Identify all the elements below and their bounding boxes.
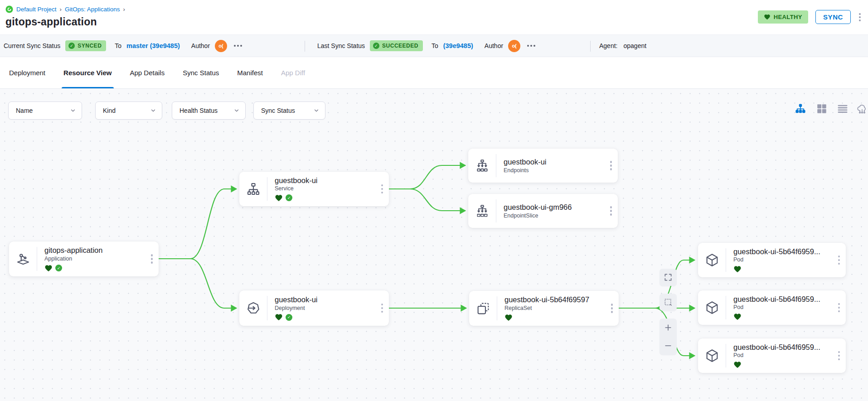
node-more-options-icon[interactable]: [375, 172, 389, 206]
node-kind: Pod: [733, 304, 832, 310]
succeeded-badge: ✓ SUCCEEDED: [370, 40, 423, 51]
author-avatar[interactable]: o(: [508, 40, 520, 52]
health-badge-label: HEALTHY: [774, 14, 802, 20]
graph-node-pod-1[interactable]: guestbook-ui-5b64f6959... Pod: [698, 243, 846, 277]
node-more-options-icon[interactable]: [604, 149, 618, 183]
sync-status-bar: Current Sync Status ✓ SYNCED To master (…: [0, 34, 868, 57]
node-more-options-icon[interactable]: [605, 291, 619, 326]
breadcrumb-separator: ›: [123, 6, 125, 13]
zoom-in-button[interactable]: [659, 319, 677, 337]
application-icon: [9, 247, 37, 271]
node-kind: Service: [275, 185, 375, 192]
check-icon: ✓: [373, 43, 379, 49]
graph-node-pod-2[interactable]: guestbook-ui-5b64f6959... Pod: [698, 290, 846, 325]
grid-view-toggle[interactable]: [815, 102, 828, 115]
gitops-logo-icon: [5, 5, 13, 13]
graph-node-replicaset[interactable]: guestbook-ui-5b64f69597 ReplicaSet: [469, 291, 619, 326]
health-status-badge: HEALTHY: [758, 10, 808, 24]
current-sync-status-label: Current Sync Status: [4, 42, 60, 49]
graph-node-service[interactable]: guestbook-ui Service ✓: [239, 172, 389, 206]
healthy-heart-icon: [44, 264, 53, 272]
pod-icon: [698, 296, 726, 319]
grid-view-icon: [816, 103, 828, 115]
node-kind: Deployment: [275, 305, 375, 311]
chevron-down-icon: [233, 107, 240, 114]
author-avatar[interactable]: o(: [215, 40, 227, 52]
fullscreen-icon: [664, 273, 673, 282]
healthy-heart-icon: [504, 314, 513, 322]
synced-badge: ✓ SYNCED: [65, 40, 106, 51]
graph-node-endpoints[interactable]: guestbook-ui Endpoints: [468, 149, 618, 183]
synced-check-icon: ✓: [55, 265, 62, 271]
node-more-options-icon[interactable]: [832, 243, 846, 277]
divider: [590, 41, 591, 52]
node-title: guestbook-ui-5b64f6959...: [733, 295, 832, 303]
current-target-revision-link[interactable]: master (39e9485): [126, 42, 180, 49]
node-kind: Pod: [733, 256, 832, 263]
synced-check-icon: ✓: [286, 314, 292, 321]
healthy-heart-icon: [275, 313, 283, 321]
zoom-out-button[interactable]: [659, 337, 677, 355]
tab-app-diff[interactable]: App Diff: [281, 57, 305, 88]
sync-status-filter-dropdown[interactable]: Sync Status: [253, 101, 325, 120]
last-target-revision-link[interactable]: (39e9485): [443, 42, 473, 49]
healthy-heart-icon: [275, 194, 283, 202]
tab-resource-view[interactable]: Resource View: [63, 57, 112, 88]
health-status-filter-dropdown[interactable]: Health Status: [172, 101, 246, 120]
tree-view-toggle[interactable]: [794, 102, 807, 115]
node-title: guestbook-ui: [275, 176, 375, 184]
graph-node-deployment[interactable]: guestbook-ui Deployment ✓: [239, 290, 389, 326]
pod-icon: [698, 344, 726, 367]
cloud-view-toggle[interactable]: [856, 102, 868, 115]
kind-filter-dropdown[interactable]: Kind: [95, 101, 162, 120]
deployment-icon: [239, 296, 267, 320]
fullscreen-button[interactable]: [659, 269, 677, 286]
breadcrumb-separator: ›: [60, 6, 62, 13]
breadcrumb-section-link[interactable]: GitOps: Applications: [65, 6, 120, 13]
node-kind: Application: [44, 256, 145, 262]
last-sync-status-label: Last Sync Status: [317, 42, 365, 49]
list-view-toggle[interactable]: [836, 102, 849, 115]
to-label: To: [432, 42, 438, 49]
chevron-down-icon: [150, 107, 156, 114]
name-filter-dropdown[interactable]: Name: [8, 101, 82, 120]
graph-node-application[interactable]: gitops-application Application ✓: [9, 242, 159, 276]
pod-icon: [698, 248, 726, 272]
resource-graph-canvas[interactable]: Name Kind Health Status Sync Status: [0, 89, 868, 401]
node-more-options-icon[interactable]: [832, 338, 846, 373]
node-title: guestbook-ui-5b64f6959...: [733, 247, 832, 256]
fit-selection-button[interactable]: [659, 294, 677, 311]
node-more-options-icon[interactable]: [375, 290, 389, 326]
healthy-heart-icon: [733, 313, 742, 321]
selection-box-icon: [664, 298, 673, 307]
node-title: guestbook-ui: [275, 295, 375, 304]
gitops-application-page: Default Project › GitOps: Applications ›…: [0, 0, 868, 401]
more-options-icon[interactable]: [234, 45, 242, 47]
graph-node-pod-3[interactable]: guestbook-ui-5b64f6959... Pod: [698, 338, 846, 373]
endpointslice-icon: [468, 199, 496, 222]
node-more-options-icon[interactable]: [604, 194, 618, 228]
minus-icon: [664, 341, 673, 350]
node-kind: Endpoints: [504, 167, 604, 174]
replicaset-icon: [469, 296, 497, 320]
heart-icon: [764, 14, 771, 20]
tab-app-details[interactable]: App Details: [130, 57, 165, 88]
header-more-options-icon[interactable]: [858, 12, 862, 22]
tree-view-icon: [795, 103, 806, 115]
more-options-icon[interactable]: [527, 45, 535, 47]
tab-sync-status[interactable]: Sync Status: [183, 57, 219, 88]
check-icon: ✓: [68, 43, 75, 49]
service-icon: [239, 177, 267, 201]
node-kind: Pod: [733, 352, 832, 358]
node-more-options-icon[interactable]: [145, 242, 159, 276]
list-view-icon: [837, 103, 849, 115]
tab-deployment[interactable]: Deployment: [9, 57, 45, 88]
node-more-options-icon[interactable]: [832, 290, 846, 325]
tab-manifest[interactable]: Manifest: [237, 57, 263, 88]
sync-button[interactable]: SYNC: [815, 10, 851, 24]
zoom-controls: [659, 319, 677, 355]
breadcrumb-project-link[interactable]: Default Project: [16, 6, 57, 13]
node-kind: ReplicaSet: [504, 305, 605, 311]
graph-node-endpointslice[interactable]: guestbook-ui-gm966 EndpointSlice: [468, 194, 618, 228]
node-title: guestbook-ui-5b64f6959...: [733, 343, 832, 351]
